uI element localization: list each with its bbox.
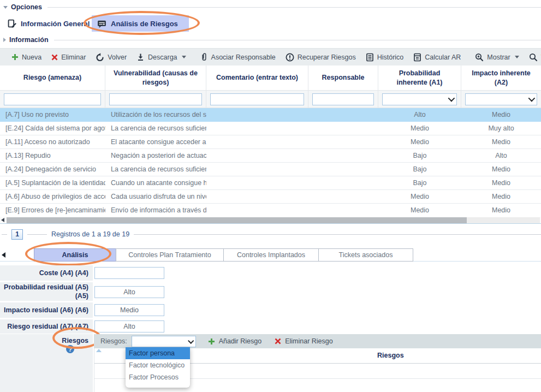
calcular-label: Calcular AR: [425, 54, 461, 61]
filter-responsable-input[interactable]: [312, 93, 374, 105]
risk-table-header: Riesgo (amenaza) Vulnerabilidad (causas …: [0, 66, 541, 91]
option-factor-tecnologico[interactable]: Factor tecnológico: [126, 359, 190, 371]
calcular-ar-button[interactable]: Calcular AR: [408, 50, 466, 64]
cell-riesgo: [A.6] Abuso de privilegios de acce: [0, 190, 105, 203]
undo-icon: [96, 53, 104, 62]
filter-comentario-input[interactable]: [210, 93, 304, 105]
anadir-riesgo-button[interactable]: Añadir Riesgo: [204, 337, 266, 345]
screen-icon: [97, 19, 107, 28]
opciones-section-header: Opciones: [0, 3, 541, 11]
table-row[interactable]: [A.7] Uso no previsto Utilización de los…: [0, 108, 541, 122]
expand-triangle-icon[interactable]: [3, 38, 6, 42]
ver-button[interactable]: Ver: [524, 50, 541, 64]
tab-label: Controles Plan Tratamiento: [128, 251, 211, 259]
eliminar-riesgo-button[interactable]: Eliminar Riesgo: [270, 337, 337, 345]
page-number-button[interactable]: 1: [11, 229, 23, 240]
filter-impacto-select[interactable]: [465, 93, 537, 105]
collapse-triangle-icon[interactable]: [3, 6, 8, 9]
filter-vulnerabilidad-input[interactable]: [109, 93, 202, 105]
nueva-label: Nueva: [22, 54, 41, 61]
risk-toolbar: Nueva Eliminar Volver Descarga: [0, 48, 541, 66]
historico-button[interactable]: Histórico: [361, 50, 409, 64]
plus-icon: [208, 338, 215, 345]
recuperar-label: Recuperar Riesgos: [298, 54, 356, 61]
horizontal-scrollbar: [0, 217, 541, 224]
cell-riesgo: [A.11] Acceso no autorizado: [0, 135, 105, 149]
cell-comentario: [206, 135, 308, 149]
x-icon: [51, 54, 58, 61]
table-row[interactable]: [A.24] Denegación de servicio La carenci…: [0, 163, 541, 176]
risk-analysis-page: Opciones Información General Análisis de…: [0, 0, 541, 392]
riesgo-residual-input[interactable]: [94, 320, 164, 332]
tab-controles-plan-tratamiento[interactable]: Controles Plan Tratamiento: [116, 248, 224, 262]
coste-input[interactable]: [94, 267, 164, 279]
cell-comentario: [206, 122, 308, 135]
cell-responsable: [308, 108, 378, 121]
cell-responsable: [308, 135, 378, 149]
tab-analisis[interactable]: Análisis: [34, 248, 116, 262]
filter-probabilidad-select[interactable]: [382, 93, 457, 105]
cell-responsable: [308, 204, 378, 217]
cell-responsable: [308, 149, 378, 162]
riesgos-column-header[interactable]: Riesgos: [377, 352, 404, 359]
probabilidad-residual-input[interactable]: [94, 286, 164, 298]
recuperar-riesgos-button[interactable]: Recuperar Riesgos: [281, 50, 361, 64]
cell-impacto: Medio: [461, 163, 541, 176]
cell-impacto: Alto: [461, 149, 541, 162]
table-row[interactable]: [E.9] Errores de [re-]encaminamie Envío …: [0, 204, 541, 217]
column-header[interactable]: Probabilidad inherente (A1): [378, 66, 461, 90]
filter-riesgo-input[interactable]: [4, 93, 101, 105]
asociar-label: Asociar Responsable: [211, 54, 276, 61]
tab-informacion-general[interactable]: Información General: [2, 15, 95, 32]
anadir-riesgo-label: Añadir Riesgo: [219, 337, 262, 345]
download-icon: [136, 53, 145, 61]
help-icon[interactable]: ?: [66, 345, 74, 353]
cell-probabilidad: Bajo: [378, 163, 461, 176]
tab-scroll-left-arrow[interactable]: [2, 252, 5, 258]
cell-comentario: [206, 204, 308, 217]
eliminar-button[interactable]: Eliminar: [46, 50, 91, 64]
column-header[interactable]: Comentario (entrar texto): [206, 66, 308, 90]
detail-tabs: Análisis Controles Plan Tratamiento Cont…: [0, 248, 541, 262]
scroll-left-arrow[interactable]: [1, 218, 4, 222]
cell-riesgo: [A.7] Uso no previsto: [0, 108, 105, 121]
riesgos-select[interactable]: [132, 336, 196, 347]
tab-controles-implantados[interactable]: Controles Implantados: [223, 248, 319, 262]
option-factor-procesos[interactable]: Factor Procesos: [126, 371, 190, 383]
divider: [47, 7, 541, 8]
volver-button[interactable]: Volver: [91, 50, 132, 64]
mostrar-label: Mostrar: [487, 54, 510, 61]
eliminar-label: Eliminar: [61, 54, 86, 61]
descarga-button[interactable]: Descarga: [132, 50, 191, 64]
riesgo-residual-label: Riesgo residual (A7) (A7): [0, 319, 93, 334]
divider: [27, 234, 47, 235]
table-row[interactable]: [E.24] Caída del sistema por agota La ca…: [0, 122, 541, 135]
table-row[interactable]: [A.6] Abuso de privilegios de acce Cada …: [0, 190, 541, 204]
cell-probabilidad: Bajo: [378, 176, 461, 189]
riesgos-label-cell: Riesgos ?: [0, 334, 93, 392]
x-icon: [275, 338, 281, 345]
cell-impacto: Medio: [461, 176, 541, 189]
chevron-down-icon: [182, 56, 186, 58]
cell-comentario: [206, 190, 308, 203]
table-row[interactable]: [A.5] Suplantación de la identidad Cuand…: [0, 176, 541, 190]
nueva-button[interactable]: Nueva: [7, 50, 46, 64]
option-factor-persona[interactable]: Factor persona: [126, 347, 190, 359]
informacion-title: Información: [9, 36, 49, 44]
asociar-responsable-button[interactable]: Asociar Responsable: [195, 50, 281, 64]
cell-vulnerabilidad: Envío de información a través de u: [105, 204, 206, 217]
table-row[interactable]: [A.11] Acceso no autorizado El atacante …: [0, 135, 541, 149]
column-header[interactable]: Riesgo (amenaza): [0, 66, 105, 90]
column-header[interactable]: Impacto inherente (A2): [461, 66, 541, 90]
document-lines-icon: [366, 53, 374, 62]
mostrar-button[interactable]: Mostrar: [470, 50, 524, 64]
exclamation-circle-icon: [286, 53, 294, 62]
tab-analisis-de-riesgos[interactable]: Análisis de Riesgos: [92, 15, 189, 32]
table-row[interactable]: [A.13] Repudio Negación a posteriori de …: [0, 149, 541, 163]
cell-riesgo: [A.24] Denegación de servicio: [0, 163, 105, 176]
column-header[interactable]: Responsable: [308, 66, 378, 90]
tab-tickets-asociados[interactable]: Tickets asociados: [318, 248, 413, 262]
scrollbar-thumb[interactable]: [7, 217, 467, 223]
column-header[interactable]: Vulnerabilidad (causas de riesgos): [105, 66, 206, 90]
impacto-residual-input[interactable]: [94, 304, 164, 316]
